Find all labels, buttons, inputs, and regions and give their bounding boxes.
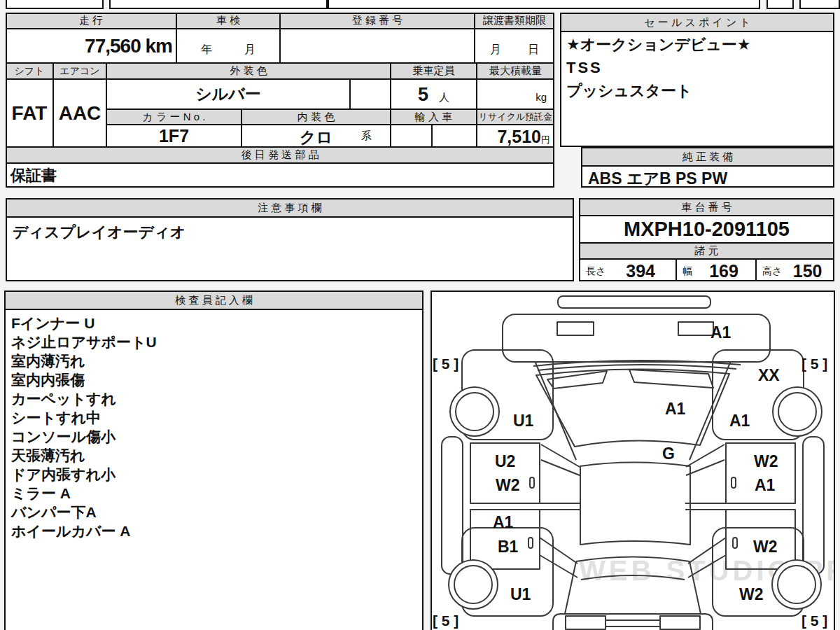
front-right-wheel [773, 387, 822, 436]
inspector-notes-box: 検 査 員 記 入 欄 Fインナー U ネジ止ロアサポートU 室内薄汚れ 室内内… [4, 290, 424, 630]
tire-mark-rear-right: [ 5 ] [802, 612, 827, 629]
transfer-value-cell: 月 日 [475, 29, 554, 63]
import-header: 輸 入 車 [391, 109, 477, 125]
door-handle [733, 538, 737, 548]
spec-height-label: 高さ [757, 265, 782, 278]
tire-mark-front-left: [ 5 ] [433, 356, 458, 372]
mileage-value-cell: 77,560 km [6, 29, 176, 63]
transfer-day-label: 日 [528, 43, 539, 57]
genuine-equipment-value: ABS エアB PS PW [582, 167, 833, 188]
exterior-color-header: 外 装 色 [106, 63, 391, 79]
notes-header: 注 意 事 項 欄 [7, 200, 573, 218]
mileage-value: 77,560 km [85, 35, 172, 57]
right-sill [803, 437, 824, 574]
wiper-right [629, 370, 713, 388]
recycle-deposit-unit: 円 [541, 134, 550, 146]
inspector-note-line: 天張薄汚れ [11, 446, 422, 465]
color-no-value-cell: 1F7 [106, 125, 241, 147]
recycle-deposit-value: 7,510 [497, 127, 541, 147]
rear-deck-edge-left [565, 561, 576, 614]
shaken-header: 車 検 [176, 13, 280, 29]
capacity-unit: 人 [439, 91, 449, 104]
shift-header: シフト [6, 63, 53, 79]
damage-label-front-right-fender-top: XX [758, 366, 780, 384]
damage-label-right-front-door-top: W2 [754, 452, 778, 470]
inspector-notes-header: 検 査 員 記 入 欄 [6, 292, 422, 310]
connector-line [541, 460, 580, 475]
inspector-note-line: 室内内張傷 [11, 370, 422, 389]
capacity-value-cell: 5 人 [391, 79, 477, 109]
damage-label-front-right-fender: A1 [729, 412, 750, 430]
cutoff-row-cell [328, 0, 760, 9]
cutoff-row-cell [766, 0, 794, 9]
roof-panel [580, 463, 690, 545]
damage-label-right-rear-quarter: W2 [739, 585, 764, 603]
spec-height-value: 150 [782, 261, 833, 281]
sales-point-item: TSS [561, 57, 833, 80]
shift-value-cell: FAT [6, 79, 53, 147]
notes-box: 注 意 事 項 欄 ディスプレイオーディオ [6, 198, 574, 281]
interior-color-suffix: 系 [361, 130, 372, 143]
max-load-header: 最大積載量 [477, 63, 554, 79]
taillight-left [566, 616, 606, 629]
aircon-value: AAC [59, 102, 102, 125]
damage-label-windshield: A1 [665, 400, 686, 418]
spec-width-value: 169 [692, 261, 755, 281]
connector-line [686, 460, 724, 475]
color-no-header: カ ラ ー N o . [106, 109, 241, 125]
left-sill [442, 437, 463, 574]
taillight-right [660, 616, 700, 629]
inspector-note-line: バンパー下A [11, 503, 422, 522]
later-shipped-parts-value: 保証書 [6, 165, 57, 186]
spec-length-label: 長さ [580, 265, 606, 278]
spec-length-cell: 長さ 394 [580, 260, 677, 281]
tire-mark-rear-left: [ 5 ] [433, 612, 458, 629]
auction-sheet: { "info": { "mileage_label": "走 行", "mil… [0, 0, 840, 630]
exterior-color-value: シルバー [195, 83, 261, 105]
exterior-color-value-cell: シルバー [106, 79, 350, 109]
aircon-value-cell: AAC [53, 79, 106, 147]
color-no-value: 1F7 [159, 126, 189, 146]
spec-length-value: 394 [606, 261, 676, 281]
connector-line [540, 538, 578, 564]
aircon-header: エアコン [53, 63, 106, 79]
damage-label-roof: G [662, 444, 675, 463]
inspector-note-line: ミラー A [11, 484, 422, 503]
shift-value: FAT [12, 102, 48, 125]
inspector-note-line: Fインナー U [11, 314, 422, 332]
recycle-deposit-value-cell: 7,510 円 [477, 125, 554, 147]
tire-mark-front-right: [ 5 ] [802, 356, 827, 372]
chassis-number-value: MXPH10-2091105 [580, 216, 833, 244]
inspector-note-line: カーペットすれ [11, 389, 422, 408]
later-shipped-parts-value-cell: 保証書 [6, 163, 554, 188]
spec-width-label: 幅 [677, 265, 692, 278]
inspector-note-line: ネジ止ロアサポートU [11, 332, 422, 351]
shaken-value-cell: 年 月 [176, 29, 280, 63]
shaken-year-label: 年 [201, 43, 212, 57]
notes-value: ディスプレイオーディオ [7, 218, 573, 247]
later-shipped-parts-header: 後 日 発 送 部 品 [6, 147, 554, 163]
capacity-value: 5 [418, 85, 428, 104]
spec-height-cell: 高さ 150 [757, 260, 833, 281]
damage-label-left-rear-door-top: A1 [493, 513, 514, 531]
inspector-note-line: 室内薄汚れ [11, 351, 422, 370]
mileage-header: 走 行 [6, 13, 176, 29]
door-handle [530, 477, 534, 488]
damage-label-left-rear-door-bottom: B1 [498, 538, 519, 556]
connector-line [540, 555, 578, 578]
inspector-note-line: ドア内張すれ小 [11, 465, 422, 484]
front-roof-strip [558, 296, 710, 308]
damage-label-left-front-door-top: U2 [495, 452, 515, 470]
cutoff-row-cell [6, 0, 104, 9]
spec-width-cell: 幅 169 [677, 260, 757, 281]
rear-right-wheel [772, 560, 821, 609]
door-handle [732, 477, 736, 488]
inspector-note-line: ホイールカバー A [11, 522, 422, 540]
genuine-equipment-header: 純 正 装 備 [582, 148, 833, 167]
import-value-cell-1 [391, 125, 432, 147]
shaken-month-label: 月 [244, 43, 255, 57]
cutoff-row-cell [109, 0, 328, 9]
damage-label-front-bumper: A1 [710, 323, 732, 342]
damage-label-right-rear-door-bottom: W2 [753, 538, 778, 556]
exterior-color-sub-cell [350, 79, 391, 109]
